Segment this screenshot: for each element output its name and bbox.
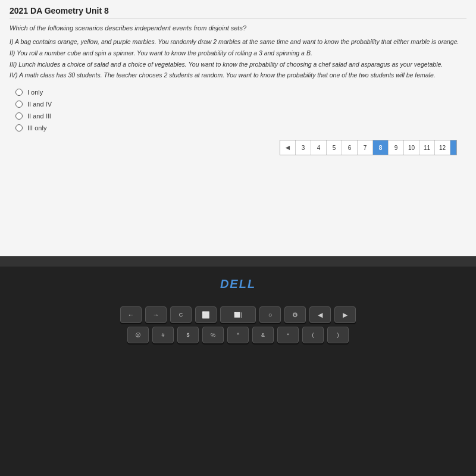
key-caret[interactable]: ^ [227,327,249,343]
page-3[interactable]: 3 [296,140,311,155]
page-6[interactable]: 6 [342,140,358,155]
answer-label-a: I only [27,89,43,96]
key-dollar[interactable]: $ [177,327,199,343]
key-rparen[interactable]: ) [327,327,349,343]
radio-b[interactable] [15,101,23,108]
radio-c[interactable] [15,112,23,120]
key-star[interactable]: * [277,327,299,343]
answer-option-d[interactable]: III only [15,124,466,131]
answer-label-d: III only [27,124,46,131]
keyboard-row-2: @ # $ % ^ & * ( ) [21,327,455,343]
pagination-bar: ◄ 3 4 5 6 7 8 9 10 11 12 [10,136,466,159]
radio-a[interactable] [15,89,23,96]
key-settings[interactable]: ⚙ [284,306,306,323]
scenario-III: III) Lunch includes a choice of salad an… [10,60,466,70]
keyboard-row-1: ← → C ⬜ ⬜| ○ ⚙ ◀ ▶ [21,306,455,323]
scenario-list: I) A bag contains orange, yellow, and pu… [10,37,466,80]
pagination-prev[interactable]: ◄ [280,140,296,155]
laptop-hinge [0,256,476,267]
answer-label-b: II and IV [27,101,52,108]
page-12[interactable]: 12 [435,140,450,155]
answer-options: I only II and IV II and III III only [15,89,466,131]
key-back[interactable]: ← [120,306,142,323]
radio-d[interactable] [15,124,23,131]
page-11[interactable]: 11 [419,140,435,155]
key-overview[interactable]: ⬜| [220,306,256,323]
key-at[interactable]: @ [127,327,149,343]
content-area: 2021 DA Geometry Unit 8 Which of the fol… [0,0,476,256]
scenario-I: I) A bag contains orange, yellow, and pu… [10,37,466,47]
page-4[interactable]: 4 [311,140,327,155]
key-hash[interactable]: # [152,327,174,343]
answer-label-c: II and III [27,112,51,120]
key-percent[interactable]: % [202,327,224,343]
scenario-IV: IV) A math class has 30 students. The te… [10,71,466,80]
key-screenshot[interactable]: ⬜ [195,306,217,323]
answer-option-c[interactable]: II and III [15,112,466,120]
laptop-body: DELL ← → C ⬜ ⬜| ○ ⚙ ◀ ▶ @ # $ % ^ & * ( … [0,256,476,476]
page-9[interactable]: 9 [389,140,404,155]
key-vol-up[interactable]: ▶ [334,306,356,323]
page-8[interactable]: 8 [373,140,389,155]
pagination: ◄ 3 4 5 6 7 8 9 10 11 12 [280,140,457,155]
laptop-screen: 2021 DA Geometry Unit 8 Which of the fol… [0,0,476,256]
key-vol-down[interactable]: ◀ [309,306,331,323]
question-header: Which of the following scenarios describ… [10,24,466,32]
page-5[interactable]: 5 [327,140,342,155]
page-next-indicator[interactable] [450,140,456,155]
page-title: 2021 DA Geometry Unit 8 [10,6,466,18]
key-lparen[interactable]: ( [302,327,324,343]
answer-option-b[interactable]: II and IV [15,101,466,108]
key-forward[interactable]: → [145,306,167,323]
key-circle[interactable]: ○ [259,306,281,323]
key-ampersand[interactable]: & [252,327,274,343]
page-10[interactable]: 10 [404,140,419,155]
keyboard-area: ← → C ⬜ ⬜| ○ ⚙ ◀ ▶ @ # $ % ^ & * ( ) [12,300,464,353]
scenario-II: II) You roll a number cube and spin a sp… [10,49,466,58]
page-7[interactable]: 7 [358,140,373,155]
key-refresh[interactable]: C [170,306,192,323]
dell-logo: DELL [220,277,256,291]
answer-option-a[interactable]: I only [15,89,466,96]
